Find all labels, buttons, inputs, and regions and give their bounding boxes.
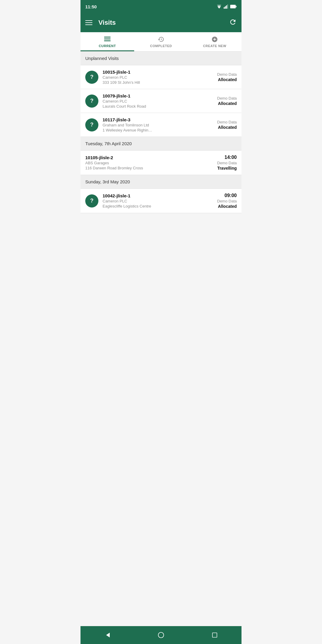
app-title: Visits xyxy=(98,19,116,27)
svg-rect-7 xyxy=(236,6,237,7)
visit-info: 10079-jlisle-1 Cameron PLC Laurals Court… xyxy=(103,93,207,109)
visit-company: ABS Garages xyxy=(85,161,207,165)
section-unplanned-label: Unplanned Visits xyxy=(85,56,119,61)
date-header-may: Sunday, 3rd May 2020 xyxy=(80,175,242,189)
visit-company: Graham and Tomlinson Ltd xyxy=(103,123,207,127)
visit-datasource: Demo Data xyxy=(207,120,237,124)
visit-icon-question: ? xyxy=(85,194,98,208)
visit-info: 10015-jlisle-1 Cameron PLC 333 109 St Jo… xyxy=(103,69,207,85)
content-area: Unplanned Visits ? 10015-jlisle-1 Camero… xyxy=(80,52,242,626)
tab-completed[interactable]: COMPLETED xyxy=(134,32,188,51)
app-bar-left: Visits xyxy=(85,19,116,27)
list-item[interactable]: ? 10015-jlisle-1 Cameron PLC 333 109 St … xyxy=(80,65,242,89)
date-header-april-label: Tuesday, 7th April 2020 xyxy=(85,141,132,146)
nav-back-button[interactable] xyxy=(101,628,114,642)
list-item[interactable]: ? 10042-jlisle-1 Cameron PLC Eaglescliff… xyxy=(80,189,242,213)
list-item[interactable]: 10105-jlisle-2 ABS Garages 116 Darwen Ro… xyxy=(80,151,242,175)
visit-icon-question: ? xyxy=(85,71,98,84)
current-icon xyxy=(104,36,111,43)
svg-rect-9 xyxy=(230,5,236,8)
visit-datasource: Demo Data xyxy=(207,72,237,77)
date-header-may-label: Sunday, 3rd May 2020 xyxy=(85,179,130,184)
nav-recent-button[interactable] xyxy=(208,628,221,642)
tab-bar: CURRENT COMPLETED CREATE NEW xyxy=(80,32,242,52)
visit-address: Eaglescliffe Logistics Centre xyxy=(103,204,207,208)
tab-create-new-label: CREATE NEW xyxy=(203,44,226,48)
tab-current-label: CURRENT xyxy=(99,44,116,48)
list-item[interactable]: ? 10117-jlisle-3 Graham and Tomlinson Lt… xyxy=(80,113,242,137)
visit-meta: 09:00 Demo Data Allocated xyxy=(207,193,237,209)
svg-marker-1 xyxy=(217,5,222,7)
bottom-nav xyxy=(80,626,242,644)
visit-status: Allocated xyxy=(207,204,237,209)
visit-datasource: Demo Data xyxy=(207,96,237,100)
refresh-icon[interactable] xyxy=(229,18,237,27)
nav-home-button[interactable] xyxy=(154,628,168,642)
visit-company: Cameron PLC xyxy=(103,75,207,80)
visit-datasource: Demo Data xyxy=(207,161,237,165)
visit-info: 10042-jlisle-1 Cameron PLC Eaglescliffe … xyxy=(103,193,207,208)
svg-point-14 xyxy=(158,632,164,638)
visit-meta: Demo Data Allocated xyxy=(207,96,237,106)
visit-time: 14:00 xyxy=(207,155,237,160)
visit-address: 1 Wellesley Avenue Righin… xyxy=(103,128,207,132)
svg-rect-2 xyxy=(224,7,225,9)
visit-id: 10042-jlisle-1 xyxy=(103,193,207,198)
visit-datasource: Demo Data xyxy=(207,199,237,203)
visit-status: Travelling xyxy=(207,166,237,171)
tab-current[interactable]: CURRENT xyxy=(80,32,134,51)
visit-id: 10079-jlisle-1 xyxy=(103,93,207,98)
completed-icon xyxy=(157,36,165,43)
visit-status: Allocated xyxy=(207,101,237,106)
visit-icon-question: ? xyxy=(85,95,98,108)
signal-icon xyxy=(224,4,228,9)
visit-meta: Demo Data Allocated xyxy=(207,120,237,130)
visit-meta: 14:00 Demo Data Travelling xyxy=(207,155,237,171)
status-time: 11:50 xyxy=(85,4,97,9)
tab-completed-label: COMPLETED xyxy=(150,44,172,48)
status-icons xyxy=(216,4,237,9)
section-unplanned: Unplanned Visits xyxy=(80,52,242,65)
svg-rect-4 xyxy=(226,5,227,9)
visit-icon-question: ? xyxy=(85,118,98,131)
visit-address: 333 109 St John's Hill xyxy=(103,80,207,85)
svg-rect-15 xyxy=(213,633,217,637)
svg-marker-13 xyxy=(106,633,110,637)
visit-info: 10117-jlisle-3 Graham and Tomlinson Ltd … xyxy=(103,117,207,132)
visit-address: 116 Darwen Road Bromley Cross xyxy=(85,166,207,170)
app-bar: Visits xyxy=(80,13,242,32)
svg-rect-12 xyxy=(104,41,111,41)
visit-address: Laurals Court Rock Road xyxy=(103,104,207,109)
battery-icon xyxy=(230,5,237,8)
visit-info: 10105-jlisle-2 ABS Garages 116 Darwen Ro… xyxy=(85,155,207,170)
date-header-april: Tuesday, 7th April 2020 xyxy=(80,137,242,151)
visit-id: 10015-jlisle-1 xyxy=(103,69,207,75)
list-item[interactable]: ? 10079-jlisle-1 Cameron PLC Laurals Cou… xyxy=(80,89,242,113)
visit-id: 10117-jlisle-3 xyxy=(103,117,207,122)
visit-meta: Demo Data Allocated xyxy=(207,72,237,82)
create-new-icon xyxy=(211,36,218,43)
wifi-icon xyxy=(216,4,222,9)
status-bar: 11:50 xyxy=(80,0,242,13)
svg-rect-3 xyxy=(225,6,226,9)
hamburger-icon[interactable] xyxy=(85,20,92,25)
tab-create-new[interactable]: CREATE NEW xyxy=(188,32,242,51)
svg-rect-11 xyxy=(104,38,111,39)
visit-status: Allocated xyxy=(207,77,237,82)
svg-rect-10 xyxy=(104,37,111,38)
visit-company: Cameron PLC xyxy=(103,99,207,103)
svg-rect-5 xyxy=(227,4,228,9)
visit-id: 10105-jlisle-2 xyxy=(85,155,207,160)
visit-time: 09:00 xyxy=(207,193,237,198)
visit-company: Cameron PLC xyxy=(103,199,207,203)
visit-status: Allocated xyxy=(207,125,237,130)
